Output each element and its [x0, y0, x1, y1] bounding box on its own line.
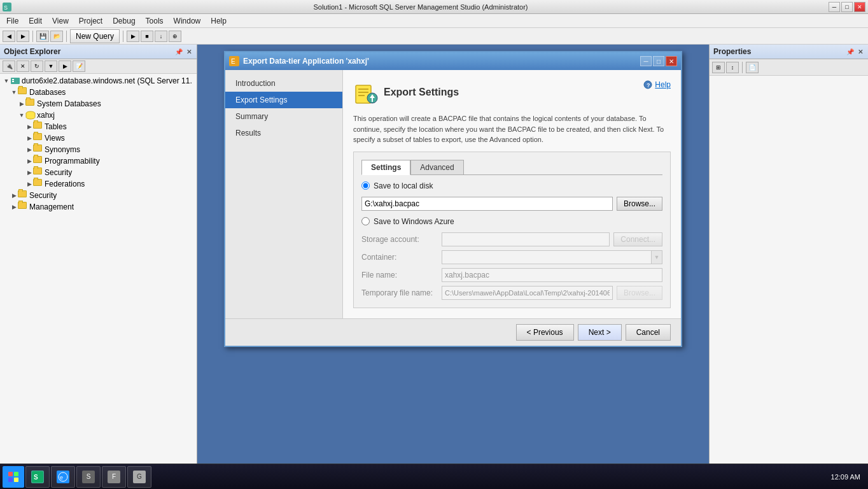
tree-toggle-tables[interactable]: ▶	[25, 124, 33, 130]
dialog-minimize-btn[interactable]: ─	[640, 56, 652, 66]
oe-connect-btn[interactable]: 🔌	[3, 60, 15, 72]
oe-new-query-btn[interactable]: 📝	[73, 60, 85, 72]
menu-project[interactable]: Project	[74, 15, 108, 27]
app4-icon: F	[108, 471, 120, 483]
tree-toggle-security-top[interactable]: ▶	[10, 192, 18, 199]
panel-pin[interactable]: 📌	[174, 48, 184, 55]
previous-button[interactable]: < Previous	[516, 324, 574, 341]
tree-toggle-federations[interactable]: ▶	[25, 181, 33, 187]
tree-toggle-synonyms[interactable]: ▶	[25, 146, 33, 153]
tree-security-top[interactable]: ▶ Security	[0, 190, 197, 201]
taskbar-app-ie[interactable]: e	[51, 466, 75, 488]
taskbar-app-3[interactable]: S	[76, 466, 101, 488]
oe-start-ps-btn[interactable]: ▶	[59, 60, 71, 72]
svg-rect-4	[12, 81, 14, 82]
nav-export-settings[interactable]: Export Settings	[225, 92, 342, 108]
tree-xahxj[interactable]: ▼ xahxj	[0, 110, 197, 121]
save-local-radio-group: Save to local disk	[361, 181, 662, 190]
menu-edit[interactable]: Edit	[24, 15, 47, 27]
toolbar-break[interactable]: ⊕	[169, 31, 181, 42]
tree-views[interactable]: ▶ Views	[0, 132, 197, 144]
tree-security-db[interactable]: ▶ Security	[0, 167, 197, 178]
main-layout: Object Explorer 📌 ✕ 🔌 ✕ ↻ ▼ ▶ 📝 ▼ durto6…	[0, 45, 868, 475]
taskbar-app-ssms[interactable]: S	[25, 466, 50, 488]
local-path-input[interactable]	[361, 197, 613, 211]
oe-refresh-btn[interactable]: ↻	[31, 60, 43, 72]
toolbar-save[interactable]: 💾	[36, 31, 49, 42]
new-query-button[interactable]: New Query	[70, 29, 120, 43]
maximize-button[interactable]: □	[841, 2, 853, 12]
toolbar-step[interactable]: ↓	[155, 31, 167, 42]
tree-toggle-xahxj[interactable]: ▼	[18, 112, 25, 118]
toolbar-stop[interactable]: ■	[141, 31, 153, 42]
toolbar-forward[interactable]: ▶	[17, 31, 29, 42]
properties-controls: 📌 ✕	[845, 48, 864, 55]
tree-programmability[interactable]: ▶ Programmability	[0, 155, 197, 167]
tree-system-dbs[interactable]: ▶ System Databases	[0, 98, 197, 110]
tree-toggle-databases[interactable]: ▼	[10, 89, 18, 96]
save-local-label[interactable]: Save to local disk	[374, 181, 433, 190]
tree-server[interactable]: ▼ durto6xle2.database.windows.net (SQL S…	[0, 75, 197, 87]
tree-toggle-views[interactable]: ▶	[25, 135, 33, 141]
menu-view[interactable]: View	[47, 15, 74, 27]
panel-close[interactable]: ✕	[185, 48, 193, 55]
tab-settings[interactable]: Settings	[361, 160, 410, 175]
app-icon: S	[3, 2, 13, 12]
tree-management[interactable]: ▶ Management	[0, 201, 197, 213]
oe-filter-btn[interactable]: ▼	[45, 60, 57, 72]
storage-account-row: Storage account: Connect...	[361, 232, 662, 246]
nav-summary[interactable]: Summary	[225, 108, 342, 125]
object-explorer-title: Object Explorer	[4, 47, 60, 56]
dialog-close-btn[interactable]: ✕	[666, 56, 677, 66]
properties-pin[interactable]: 📌	[845, 48, 855, 55]
next-button[interactable]: Next >	[578, 324, 622, 341]
props-pages[interactable]: 📄	[746, 62, 759, 73]
panel-controls: 📌 ✕	[174, 48, 193, 55]
tree-federations[interactable]: ▶ Federations	[0, 178, 197, 190]
props-sort-cat[interactable]: ⊞	[712, 62, 725, 73]
start-button[interactable]	[3, 466, 24, 488]
toolbar-back[interactable]: ◀	[3, 31, 15, 42]
dialog-main: Export Settings ? Help This operation wi…	[343, 70, 681, 318]
svg-text:?: ?	[647, 82, 650, 89]
ie-icon: e	[57, 471, 69, 483]
tree-synonyms[interactable]: ▶ Synonyms	[0, 144, 197, 155]
menu-debug[interactable]: Debug	[108, 15, 140, 27]
menu-tools[interactable]: Tools	[141, 15, 169, 27]
svg-rect-9	[358, 89, 368, 90]
save-azure-label[interactable]: Save to Windows Azure	[374, 217, 454, 226]
tree-toggle-system-dbs[interactable]: ▶	[18, 101, 25, 107]
toolbar-debug[interactable]: ▶	[127, 31, 139, 42]
tree-toggle-server[interactable]: ▼	[3, 78, 10, 84]
properties-close[interactable]: ✕	[857, 48, 864, 55]
menu-file[interactable]: File	[1, 15, 24, 27]
toolbar-open[interactable]: 📂	[50, 31, 63, 42]
dialog-maximize-btn[interactable]: □	[653, 56, 664, 66]
minimize-button[interactable]: ─	[829, 2, 840, 12]
menu-window[interactable]: Window	[169, 15, 206, 27]
toolbar-sep-1	[32, 31, 33, 42]
help-link[interactable]: ? Help	[643, 80, 671, 89]
tree-tables[interactable]: ▶ Tables	[0, 121, 197, 132]
tree-toggle-programmability[interactable]: ▶	[25, 158, 33, 164]
tree-databases[interactable]: ▼ Databases	[0, 87, 197, 98]
menu-help[interactable]: Help	[206, 15, 232, 27]
taskbar-app-5[interactable]: G	[127, 466, 151, 488]
nav-results[interactable]: Results	[225, 125, 342, 141]
programmability-label: Programmability	[45, 157, 100, 166]
server-icon	[10, 76, 20, 86]
save-azure-radio[interactable]	[361, 217, 370, 225]
nav-introduction[interactable]: Introduction	[225, 75, 342, 92]
oe-disconnect-btn[interactable]: ✕	[17, 60, 29, 72]
taskbar-app-4[interactable]: F	[102, 466, 126, 488]
tab-advanced[interactable]: Advanced	[410, 160, 463, 174]
cancel-button[interactable]: Cancel	[626, 324, 671, 341]
browse-local-button[interactable]: Browse...	[617, 197, 662, 211]
props-sort-alpha[interactable]: ↕	[726, 62, 739, 73]
close-button[interactable]: ✕	[854, 2, 865, 12]
save-local-radio[interactable]	[361, 181, 370, 190]
toolbar: ◀ ▶ 💾 📂 New Query ▶ ■ ↓ ⊕	[0, 28, 868, 45]
toolbar-sep-3	[123, 31, 123, 42]
tree-toggle-security-db[interactable]: ▶	[25, 169, 33, 176]
tree-toggle-management[interactable]: ▶	[10, 204, 18, 210]
